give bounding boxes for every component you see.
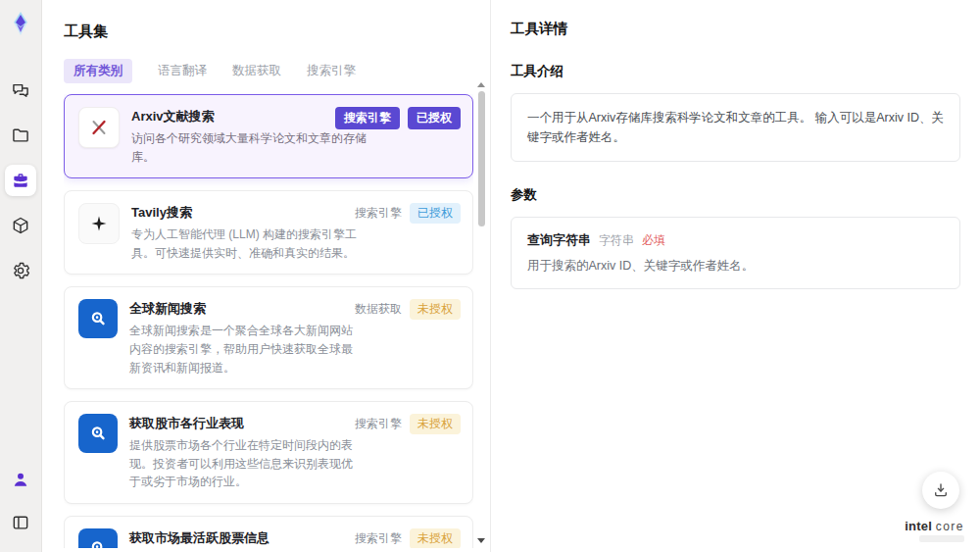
scroll-up-arrow[interactable]: [477, 82, 485, 87]
active-stocks-search-icon: [78, 528, 118, 548]
user-icon[interactable]: [5, 464, 36, 495]
tool-auth-status-badge: 已授权: [410, 203, 461, 224]
intel-wordmark: intel: [905, 519, 932, 533]
intro-text: 一个用于从Arxiv存储库搜索科学论文和文章的工具。 输入可以是Arxiv ID…: [527, 108, 944, 147]
tool-auth-status-badge: 未授权: [410, 299, 461, 320]
chat-icon[interactable]: [5, 75, 36, 106]
tool-desc: 专为人工智能代理 (LLM) 构建的搜索引擎工具。可快速提供实时、准确和真实的结…: [131, 226, 365, 262]
tool-card[interactable]: Arxiv文献搜索访问各个研究领域大量科学论文和文章的存储库。搜索引擎已授权: [64, 94, 473, 178]
category-tab[interactable]: 语言翻译: [158, 59, 207, 83]
tool-category-badge: 搜索引擎: [355, 528, 402, 548]
folder-icon[interactable]: [5, 120, 36, 151]
tool-list-panel: 工具集 所有类别语言翻译数据获取搜索引擎 Arxiv文献搜索访问各个研究领域大量…: [41, 0, 490, 552]
tool-card[interactable]: Tavily搜索专为人工智能代理 (LLM) 构建的搜索引擎工具。可快速提供实时…: [64, 190, 473, 275]
tool-card[interactable]: 全球新闻搜索全球新闻搜索是一个聚合全球各大新闻网站内容的搜索引擎，帮助用户快速获…: [64, 286, 473, 389]
param-type: 字符串: [599, 232, 634, 249]
download-button[interactable]: [922, 472, 959, 509]
tool-desc: 访问各个研究领域大量科学论文和文章的存储库。: [131, 129, 376, 166]
param-required-badge: 必填: [642, 232, 665, 249]
category-tab[interactable]: 搜索引擎: [307, 59, 356, 83]
intro-section-title: 工具介绍: [511, 63, 960, 80]
intro-box: 一个用于从Arxiv存储库搜索科学论文和文章的工具。 输入可以是Arxiv ID…: [511, 93, 960, 162]
stock-sector-search-icon: [78, 414, 118, 453]
detail-title: 工具详情: [511, 20, 960, 38]
tool-desc: 全球新闻搜索是一个聚合全球各大新闻网站内容的搜索引擎，帮助用户快速获取全球最新资…: [129, 322, 363, 376]
global-news-search-icon: [78, 299, 118, 338]
tool-detail-panel: 工具详情 工具介绍 一个用于从Arxiv存储库搜索科学论文和文章的工具。 输入可…: [491, 0, 980, 552]
cube-icon[interactable]: [5, 210, 36, 241]
tool-card[interactable]: 获取市场最活跃股票信息提供当天交易量最高的股票列表。投资者可以利用这些信息来识别…: [64, 516, 473, 548]
app-logo: [7, 10, 34, 37]
params-section-title: 参数: [511, 186, 960, 204]
tool-category-badge: 数据获取: [355, 299, 402, 320]
tool-card[interactable]: 获取股市各行业表现提供股票市场各个行业在特定时间段内的表现。投资者可以利用这些信…: [64, 401, 473, 504]
intel-core-logo: intel core: [905, 520, 964, 542]
tool-list: Arxiv文献搜索访问各个研究领域大量科学论文和文章的存储库。搜索引擎已授权Ta…: [64, 94, 473, 548]
category-tab[interactable]: 数据获取: [232, 59, 281, 83]
param-box: 查询字符串 字符串 必填 用于搜索的Arxiv ID、关键字或作者姓名。: [511, 217, 960, 289]
tavily-sparkle-icon: [78, 203, 120, 244]
tool-auth-status-badge: 未授权: [410, 528, 461, 548]
download-icon: [932, 481, 950, 499]
toolbox-icon[interactable]: [5, 165, 36, 196]
list-scrollbar[interactable]: [475, 82, 487, 543]
category-tabs: 所有类别语言翻译数据获取搜索引擎: [64, 59, 490, 83]
tool-desc: 提供股票市场各个行业在特定时间段内的表现。投资者可以利用这些信息来识别表现优于或…: [129, 436, 363, 491]
tool-category-badge: 搜索引擎: [355, 414, 402, 434]
gear-icon[interactable]: [5, 255, 36, 286]
panel-toggle-icon[interactable]: [5, 507, 36, 538]
page-title: 工具集: [64, 23, 490, 41]
scroll-down-arrow[interactable]: [477, 538, 485, 543]
brand-subtext: [919, 535, 964, 542]
tool-category-badge: 搜索引擎: [355, 203, 402, 224]
param-desc: 用于搜索的Arxiv ID、关键字或作者姓名。: [527, 258, 944, 275]
scrollbar-thumb[interactable]: [478, 91, 485, 226]
core-wordmark: core: [936, 520, 964, 533]
param-name: 查询字符串: [527, 231, 591, 249]
category-tab[interactable]: 所有类别: [64, 59, 132, 83]
arxiv-logo-icon: [78, 107, 120, 148]
left-icon-rail: [0, 0, 42, 552]
tool-auth-status-badge: 未授权: [410, 414, 461, 434]
tool-auth-status-badge: 已授权: [408, 107, 461, 129]
tool-category-badge: 搜索引擎: [335, 107, 400, 129]
